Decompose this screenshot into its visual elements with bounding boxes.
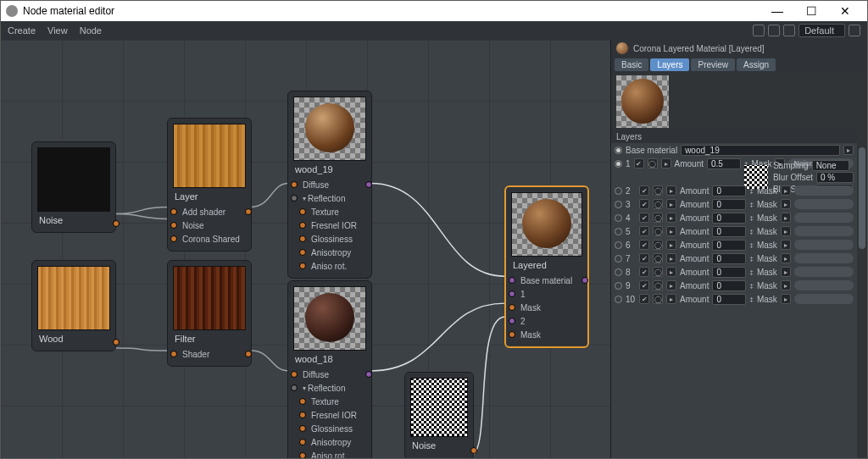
arrow-icon[interactable]: ▸ xyxy=(666,294,676,304)
tool-move-icon[interactable] xyxy=(753,25,765,36)
menu-node[interactable]: Node xyxy=(80,25,102,36)
port-aniso[interactable] xyxy=(299,439,306,445)
close-button[interactable]: ✕ xyxy=(828,2,862,20)
tab-basic[interactable]: Basic xyxy=(615,58,648,71)
mask-arrow-icon[interactable]: ▸ xyxy=(781,199,791,209)
node-layered[interactable]: Layered Base material 1 Mask 2 Mask xyxy=(504,185,589,348)
link-icon[interactable]: ◯ xyxy=(653,294,663,304)
radio-6[interactable] xyxy=(615,241,622,249)
mask-arrow-icon[interactable]: ▸ xyxy=(781,240,791,250)
link-icon[interactable]: ◯ xyxy=(653,267,663,277)
node-filter[interactable]: Filter Shader xyxy=(167,260,252,367)
radio-5[interactable] xyxy=(615,228,622,235)
arrow-icon[interactable]: ▸ xyxy=(666,213,676,223)
enable-icon[interactable]: ✔ xyxy=(639,294,649,304)
minimize-button[interactable]: — xyxy=(760,2,794,20)
node-noise[interactable]: Noise xyxy=(31,141,116,233)
amount-field-5[interactable]: 0 xyxy=(712,226,746,237)
port-in[interactable] xyxy=(170,351,177,357)
menu-view[interactable]: View xyxy=(47,25,68,36)
amount-field-7[interactable]: 0 xyxy=(712,253,746,264)
tab-assign[interactable]: Assign xyxy=(737,58,776,71)
maximize-button[interactable]: ☐ xyxy=(794,2,828,20)
arrow-icon[interactable]: ▸ xyxy=(666,226,676,236)
amount-field-6[interactable]: 0 xyxy=(712,240,746,251)
link-icon[interactable]: ◯ xyxy=(653,199,663,209)
port-m2[interactable] xyxy=(509,331,515,338)
sampling-field[interactable]: None xyxy=(812,160,849,171)
mask-slot-6[interactable] xyxy=(794,240,854,250)
port-aniso[interactable] xyxy=(299,249,306,256)
tab-preview[interactable]: Preview xyxy=(691,58,735,71)
port-out[interactable] xyxy=(365,181,372,188)
mask-slot-8[interactable] xyxy=(794,267,854,277)
port-m1[interactable] xyxy=(509,304,515,311)
port-diffuse[interactable] xyxy=(291,371,298,378)
node-wood18[interactable]: wood_18 Diffuse ▾Reflection Texture Fres… xyxy=(287,280,372,458)
radio-10[interactable] xyxy=(615,296,622,303)
port-in[interactable] xyxy=(170,222,177,229)
radio-7[interactable] xyxy=(615,255,622,263)
mask-arrow-icon[interactable]: ▸ xyxy=(781,253,791,263)
arrow-icon[interactable]: ▸ xyxy=(661,158,671,169)
port-gloss[interactable] xyxy=(299,425,306,432)
port-l2[interactable] xyxy=(509,318,515,324)
port-out[interactable] xyxy=(581,277,588,284)
arrow-icon[interactable]: ▸ xyxy=(666,280,676,290)
base-picker-icon[interactable]: ▸ xyxy=(843,145,854,155)
titlebar[interactable]: Node material editor — ☐ ✕ xyxy=(1,1,867,21)
amount-field-9[interactable]: 0 xyxy=(712,280,746,291)
radio-base[interactable] xyxy=(615,147,622,154)
menu-create[interactable]: Create xyxy=(8,25,36,36)
arrow-icon[interactable]: ▸ xyxy=(666,199,676,209)
port-out[interactable] xyxy=(245,208,252,215)
mask-slot-2[interactable] xyxy=(794,185,854,196)
mask-arrow-icon[interactable]: ▸ xyxy=(781,280,791,290)
enable-icon[interactable]: ✔ xyxy=(639,240,649,250)
arrow-icon[interactable]: ▸ xyxy=(666,185,676,196)
amount-field-2[interactable]: 0 xyxy=(712,185,746,196)
port-in[interactable] xyxy=(170,235,177,242)
port-reflection[interactable] xyxy=(291,384,298,391)
port-out[interactable] xyxy=(365,371,372,378)
enable-icon[interactable]: ✔ xyxy=(639,213,649,223)
tool-lock-icon[interactable] xyxy=(783,25,795,36)
enable-icon[interactable]: ✔ xyxy=(639,185,649,196)
mask-arrow-icon[interactable]: ▸ xyxy=(781,294,791,304)
radio-3[interactable] xyxy=(615,201,622,208)
node-wood19[interactable]: wood_19 Diffuse ▾Reflection Texture Fres… xyxy=(287,91,372,279)
mask-slot-5[interactable] xyxy=(794,226,854,236)
port-anisorot[interactable] xyxy=(299,452,306,458)
node-wood[interactable]: Wood xyxy=(31,260,116,351)
enable-icon[interactable]: ✔ xyxy=(634,158,644,169)
port-fresnel[interactable] xyxy=(299,412,306,418)
arrow-icon[interactable]: ▸ xyxy=(666,253,676,263)
port-out[interactable] xyxy=(113,339,120,346)
enable-icon[interactable]: ✔ xyxy=(639,253,649,263)
amount-field-10[interactable]: 0 xyxy=(712,294,746,305)
radio-2[interactable] xyxy=(615,187,622,195)
mask-arrow-icon[interactable]: ▸ xyxy=(781,185,791,196)
amount-field-8[interactable]: 0 xyxy=(712,267,746,278)
radio-4[interactable] xyxy=(615,214,622,222)
link-icon[interactable]: ◯ xyxy=(653,240,663,250)
panel-scrollbar[interactable] xyxy=(857,130,867,458)
arrow-icon[interactable]: ▸ xyxy=(666,267,676,277)
port-reflection[interactable] xyxy=(291,195,298,202)
port-out[interactable] xyxy=(245,351,252,357)
radio-8[interactable] xyxy=(615,268,622,276)
link-icon[interactable]: ◯ xyxy=(653,226,663,236)
node-layer[interactable]: Layer Add shader Noise Corona Shared xyxy=(167,118,252,252)
mask-arrow-icon[interactable]: ▸ xyxy=(781,213,791,223)
radio-9[interactable] xyxy=(615,282,622,290)
port-in[interactable] xyxy=(170,208,177,215)
port-texture[interactable] xyxy=(299,208,306,215)
port-fresnel[interactable] xyxy=(299,222,306,229)
preset-dropdown[interactable]: Default xyxy=(798,24,845,37)
link-icon[interactable]: ◯ xyxy=(653,253,663,263)
mask-slot-9[interactable] xyxy=(794,280,854,290)
tool-align-icon[interactable] xyxy=(768,25,780,36)
amount-field-3[interactable]: 0 xyxy=(712,199,746,210)
mask-arrow-icon[interactable]: ▸ xyxy=(781,267,791,277)
mask-arrow-icon[interactable]: ▸ xyxy=(781,226,791,236)
